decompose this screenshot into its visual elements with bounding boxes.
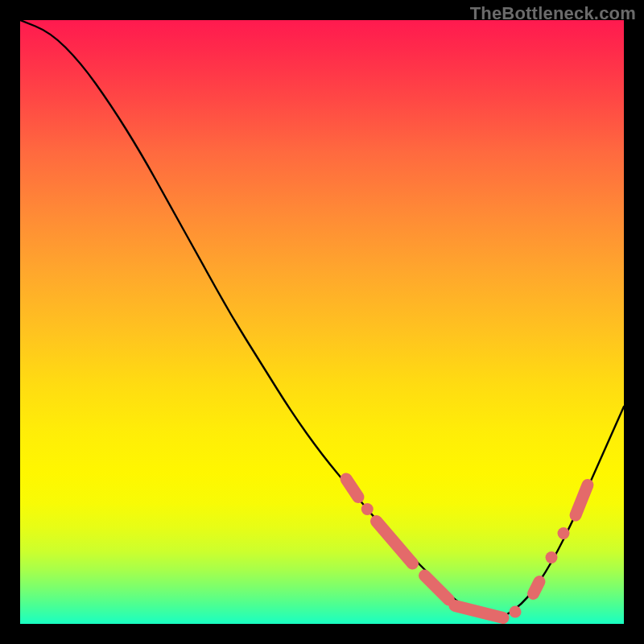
- watermark-text: TheBottleneck.com: [470, 3, 636, 24]
- marker-group: [346, 479, 588, 618]
- chart-container: TheBottleneck.com: [0, 0, 644, 644]
- data-marker-segment: [534, 582, 540, 594]
- data-marker-segment: [377, 522, 413, 564]
- plot-area: [20, 20, 624, 624]
- data-marker-dot: [546, 551, 558, 564]
- data-marker-dot: [361, 503, 374, 515]
- data-marker-segment: [576, 485, 588, 516]
- bottleneck-curve: [20, 20, 624, 618]
- data-marker-segment: [425, 576, 449, 600]
- data-marker-dot: [558, 527, 570, 539]
- data-marker-segment: [455, 606, 503, 618]
- curve-overlay: [20, 20, 624, 624]
- data-marker-segment: [346, 479, 358, 497]
- data-marker-dot: [510, 606, 522, 618]
